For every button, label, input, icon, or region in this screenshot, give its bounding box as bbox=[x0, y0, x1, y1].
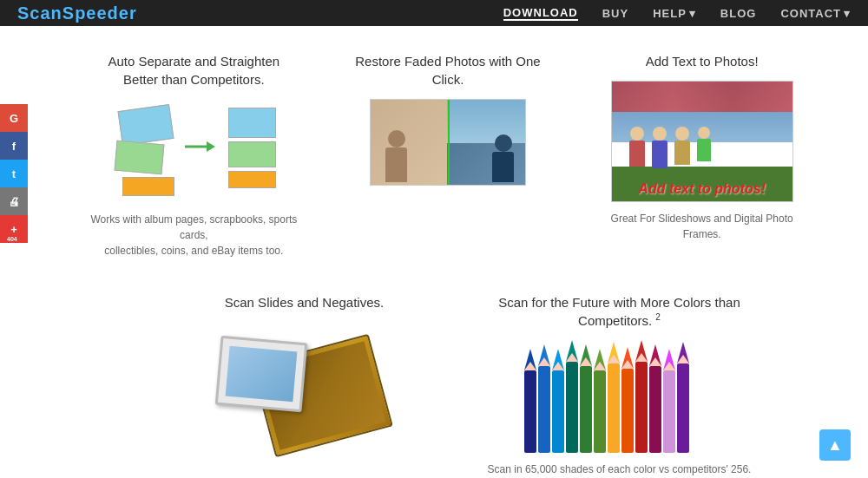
nav-contact[interactable]: CONTACT ▾ bbox=[780, 7, 851, 20]
svg-rect-35 bbox=[677, 363, 689, 453]
feature-scan-slides: Scan Slides and Negatives. bbox=[160, 285, 449, 478]
slides-illustration bbox=[209, 322, 400, 452]
share-count-badge: 404 bbox=[7, 236, 21, 242]
photo-2 bbox=[115, 141, 165, 175]
person-2 bbox=[652, 127, 667, 168]
feature-colors-title: Scan for the Future with More Colors tha… bbox=[483, 293, 755, 330]
chevron-down-icon: ▾ bbox=[844, 7, 851, 20]
person-faded bbox=[384, 130, 410, 182]
flowers-bg bbox=[612, 82, 792, 112]
head4 bbox=[698, 127, 710, 139]
svg-rect-5 bbox=[538, 366, 550, 453]
footnote-superscript: 2 bbox=[655, 312, 661, 322]
photo-stack-right bbox=[228, 108, 276, 188]
body3 bbox=[674, 141, 690, 165]
svg-marker-1 bbox=[207, 141, 215, 152]
arrow-icon bbox=[185, 138, 215, 159]
head2 bbox=[653, 127, 667, 141]
main-content: Auto Separate and StraightenBetter than … bbox=[28, 26, 868, 478]
nav-help[interactable]: HELP ▾ bbox=[653, 7, 696, 20]
twitter-share-button[interactable]: t bbox=[0, 160, 28, 187]
feature-auto-separate-title: Auto Separate and StraightenBetter than … bbox=[89, 52, 299, 88]
feature-restore-faded: Restore Faded Photos with One Click. bbox=[334, 43, 562, 267]
feature-row-1: Auto Separate and StraightenBetter than … bbox=[80, 43, 816, 267]
feature-auto-separate: Auto Separate and StraightenBetter than … bbox=[80, 43, 308, 267]
feature-colors-subtitle: Scan in 65,000 shades of each color vs c… bbox=[483, 462, 755, 478]
photo-3 bbox=[122, 177, 174, 196]
navbar: ScanSpeeder DOWNLOAD BUY HELP ▾ BLOG CON… bbox=[0, 0, 868, 26]
svg-rect-32 bbox=[663, 370, 675, 453]
svg-rect-14 bbox=[580, 366, 592, 453]
nav-download[interactable]: DOWNLOAD bbox=[503, 6, 578, 21]
head1 bbox=[630, 127, 644, 141]
person-1 bbox=[629, 127, 645, 168]
restore-divider bbox=[448, 100, 450, 185]
body2 bbox=[652, 141, 667, 168]
svg-rect-8 bbox=[552, 370, 564, 453]
restored-half bbox=[447, 100, 525, 186]
photo-r1 bbox=[228, 108, 276, 138]
people-group bbox=[629, 127, 711, 168]
body1 bbox=[629, 141, 645, 167]
svg-rect-2 bbox=[524, 370, 536, 453]
svg-rect-29 bbox=[649, 366, 661, 453]
svg-rect-26 bbox=[635, 362, 648, 453]
pencils-illustration bbox=[516, 340, 724, 453]
feature-add-text-subtitle: Great For Slideshows and Digital Photo F… bbox=[596, 211, 807, 242]
facebook-share-button[interactable]: f bbox=[0, 132, 28, 160]
feature-restore-title: Restore Faded Photos with One Click. bbox=[343, 52, 554, 88]
nav-buy[interactable]: BUY bbox=[602, 7, 628, 20]
svg-rect-17 bbox=[594, 370, 606, 453]
feature-row-2: Scan Slides and Negatives. bbox=[108, 285, 816, 478]
pencils-svg bbox=[516, 340, 724, 453]
restore-illustration bbox=[370, 99, 526, 186]
brand-logo[interactable]: ScanSpeeder bbox=[17, 3, 137, 23]
svg-rect-20 bbox=[608, 363, 620, 453]
photo-r3 bbox=[228, 171, 276, 188]
scroll-top-button[interactable]: ▲ bbox=[819, 429, 851, 461]
photo-1 bbox=[118, 104, 174, 146]
auto-separate-illustration bbox=[107, 99, 280, 203]
head-faded bbox=[388, 130, 405, 147]
feature-add-text-title: Add Text to Photos! bbox=[596, 52, 807, 70]
body-restored bbox=[492, 152, 514, 182]
more-share-button[interactable]: +404 bbox=[0, 215, 28, 243]
overlay-text: Add text to photos! bbox=[638, 181, 766, 196]
add-text-overlay: Add text to photos! bbox=[612, 181, 792, 197]
photo-r2 bbox=[228, 141, 276, 167]
chevron-down-icon: ▾ bbox=[689, 7, 696, 20]
head3 bbox=[675, 127, 689, 141]
person-3 bbox=[674, 127, 690, 168]
nav-links: DOWNLOAD BUY HELP ▾ BLOG CONTACT ▾ bbox=[503, 6, 851, 21]
person-restored bbox=[490, 134, 516, 182]
slide-frame bbox=[214, 336, 307, 412]
chevron-up-icon: ▲ bbox=[827, 436, 843, 455]
svg-rect-23 bbox=[621, 369, 634, 453]
google-share-button[interactable]: G bbox=[0, 104, 28, 132]
person-4 bbox=[697, 127, 711, 168]
nav-blog[interactable]: BLOG bbox=[720, 7, 757, 20]
faded-half bbox=[371, 100, 449, 186]
feature-auto-separate-subtitle: Works with album pages, scrapbooks, spor… bbox=[89, 212, 299, 259]
sidebar-social: G f t 🖨 +404 bbox=[0, 104, 28, 243]
feature-add-text: Add Text to Photos! bbox=[588, 43, 816, 267]
body-faded bbox=[385, 147, 407, 182]
add-text-illustration: Add text to photos! bbox=[611, 81, 793, 202]
svg-rect-11 bbox=[566, 362, 578, 453]
body4 bbox=[697, 139, 711, 161]
head-restored bbox=[495, 134, 512, 152]
slide-content bbox=[225, 346, 297, 403]
feature-slides-title: Scan Slides and Negatives. bbox=[168, 293, 440, 311]
feature-more-colors: Scan for the Future with More Colors tha… bbox=[475, 285, 764, 478]
print-button[interactable]: 🖨 bbox=[0, 187, 28, 215]
